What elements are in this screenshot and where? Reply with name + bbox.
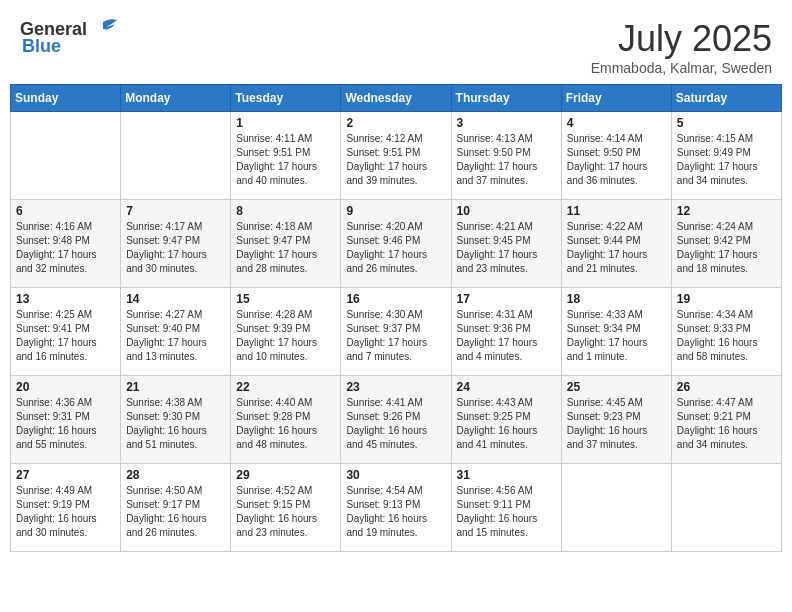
- calendar-cell: 29Sunrise: 4:52 AMSunset: 9:15 PMDayligh…: [231, 464, 341, 552]
- calendar-cell: 17Sunrise: 4:31 AMSunset: 9:36 PMDayligh…: [451, 288, 561, 376]
- day-number: 14: [126, 292, 225, 306]
- calendar-header-tuesday: Tuesday: [231, 85, 341, 112]
- day-info: Sunrise: 4:38 AMSunset: 9:30 PMDaylight:…: [126, 396, 225, 452]
- calendar-cell: 30Sunrise: 4:54 AMSunset: 9:13 PMDayligh…: [341, 464, 451, 552]
- calendar-cell: 13Sunrise: 4:25 AMSunset: 9:41 PMDayligh…: [11, 288, 121, 376]
- day-info: Sunrise: 4:12 AMSunset: 9:51 PMDaylight:…: [346, 132, 445, 188]
- day-number: 30: [346, 468, 445, 482]
- calendar-header-friday: Friday: [561, 85, 671, 112]
- calendar-cell: 28Sunrise: 4:50 AMSunset: 9:17 PMDayligh…: [121, 464, 231, 552]
- calendar-cell: 26Sunrise: 4:47 AMSunset: 9:21 PMDayligh…: [671, 376, 781, 464]
- day-number: 5: [677, 116, 776, 130]
- day-info: Sunrise: 4:14 AMSunset: 9:50 PMDaylight:…: [567, 132, 666, 188]
- day-number: 22: [236, 380, 335, 394]
- calendar-cell: 3Sunrise: 4:13 AMSunset: 9:50 PMDaylight…: [451, 112, 561, 200]
- day-info: Sunrise: 4:27 AMSunset: 9:40 PMDaylight:…: [126, 308, 225, 364]
- day-number: 11: [567, 204, 666, 218]
- day-info: Sunrise: 4:36 AMSunset: 9:31 PMDaylight:…: [16, 396, 115, 452]
- calendar-cell: 21Sunrise: 4:38 AMSunset: 9:30 PMDayligh…: [121, 376, 231, 464]
- day-number: 6: [16, 204, 115, 218]
- day-number: 31: [457, 468, 556, 482]
- calendar-cell: 5Sunrise: 4:15 AMSunset: 9:49 PMDaylight…: [671, 112, 781, 200]
- day-number: 2: [346, 116, 445, 130]
- month-title: July 2025: [591, 18, 772, 60]
- day-number: 17: [457, 292, 556, 306]
- day-number: 9: [346, 204, 445, 218]
- day-info: Sunrise: 4:34 AMSunset: 9:33 PMDaylight:…: [677, 308, 776, 364]
- day-number: 1: [236, 116, 335, 130]
- calendar-cell: 25Sunrise: 4:45 AMSunset: 9:23 PMDayligh…: [561, 376, 671, 464]
- day-info: Sunrise: 4:25 AMSunset: 9:41 PMDaylight:…: [16, 308, 115, 364]
- calendar-cell: 23Sunrise: 4:41 AMSunset: 9:26 PMDayligh…: [341, 376, 451, 464]
- calendar-cell: 11Sunrise: 4:22 AMSunset: 9:44 PMDayligh…: [561, 200, 671, 288]
- day-info: Sunrise: 4:33 AMSunset: 9:34 PMDaylight:…: [567, 308, 666, 364]
- calendar-table: SundayMondayTuesdayWednesdayThursdayFrid…: [10, 84, 782, 552]
- day-info: Sunrise: 4:17 AMSunset: 9:47 PMDaylight:…: [126, 220, 225, 276]
- day-number: 25: [567, 380, 666, 394]
- calendar-week-4: 20Sunrise: 4:36 AMSunset: 9:31 PMDayligh…: [11, 376, 782, 464]
- calendar-cell: 16Sunrise: 4:30 AMSunset: 9:37 PMDayligh…: [341, 288, 451, 376]
- day-number: 13: [16, 292, 115, 306]
- calendar-cell: 2Sunrise: 4:12 AMSunset: 9:51 PMDaylight…: [341, 112, 451, 200]
- calendar-cell: 7Sunrise: 4:17 AMSunset: 9:47 PMDaylight…: [121, 200, 231, 288]
- logo-bird-icon: [87, 18, 119, 40]
- calendar-header-sunday: Sunday: [11, 85, 121, 112]
- calendar-cell: [121, 112, 231, 200]
- day-number: 3: [457, 116, 556, 130]
- day-info: Sunrise: 4:18 AMSunset: 9:47 PMDaylight:…: [236, 220, 335, 276]
- day-info: Sunrise: 4:56 AMSunset: 9:11 PMDaylight:…: [457, 484, 556, 540]
- calendar-cell: [11, 112, 121, 200]
- day-info: Sunrise: 4:49 AMSunset: 9:19 PMDaylight:…: [16, 484, 115, 540]
- calendar-cell: 20Sunrise: 4:36 AMSunset: 9:31 PMDayligh…: [11, 376, 121, 464]
- day-number: 21: [126, 380, 225, 394]
- calendar-header-thursday: Thursday: [451, 85, 561, 112]
- day-number: 29: [236, 468, 335, 482]
- calendar-cell: 10Sunrise: 4:21 AMSunset: 9:45 PMDayligh…: [451, 200, 561, 288]
- day-info: Sunrise: 4:21 AMSunset: 9:45 PMDaylight:…: [457, 220, 556, 276]
- calendar-cell: 24Sunrise: 4:43 AMSunset: 9:25 PMDayligh…: [451, 376, 561, 464]
- calendar-cell: 18Sunrise: 4:33 AMSunset: 9:34 PMDayligh…: [561, 288, 671, 376]
- day-info: Sunrise: 4:41 AMSunset: 9:26 PMDaylight:…: [346, 396, 445, 452]
- day-number: 16: [346, 292, 445, 306]
- calendar-header-monday: Monday: [121, 85, 231, 112]
- calendar-cell: 19Sunrise: 4:34 AMSunset: 9:33 PMDayligh…: [671, 288, 781, 376]
- day-number: 12: [677, 204, 776, 218]
- calendar-week-2: 6Sunrise: 4:16 AMSunset: 9:48 PMDaylight…: [11, 200, 782, 288]
- day-number: 24: [457, 380, 556, 394]
- day-number: 7: [126, 204, 225, 218]
- calendar-cell: 12Sunrise: 4:24 AMSunset: 9:42 PMDayligh…: [671, 200, 781, 288]
- calendar-week-5: 27Sunrise: 4:49 AMSunset: 9:19 PMDayligh…: [11, 464, 782, 552]
- calendar-cell: 4Sunrise: 4:14 AMSunset: 9:50 PMDaylight…: [561, 112, 671, 200]
- day-info: Sunrise: 4:31 AMSunset: 9:36 PMDaylight:…: [457, 308, 556, 364]
- day-number: 27: [16, 468, 115, 482]
- day-info: Sunrise: 4:16 AMSunset: 9:48 PMDaylight:…: [16, 220, 115, 276]
- day-info: Sunrise: 4:50 AMSunset: 9:17 PMDaylight:…: [126, 484, 225, 540]
- calendar-cell: 27Sunrise: 4:49 AMSunset: 9:19 PMDayligh…: [11, 464, 121, 552]
- location-title: Emmaboda, Kalmar, Sweden: [591, 60, 772, 76]
- calendar-header-saturday: Saturday: [671, 85, 781, 112]
- day-info: Sunrise: 4:45 AMSunset: 9:23 PMDaylight:…: [567, 396, 666, 452]
- day-info: Sunrise: 4:28 AMSunset: 9:39 PMDaylight:…: [236, 308, 335, 364]
- day-number: 28: [126, 468, 225, 482]
- page-header: GeneralBlueJuly 2025Emmaboda, Kalmar, Sw…: [10, 10, 782, 80]
- logo-blue: Blue: [22, 36, 61, 57]
- day-number: 20: [16, 380, 115, 394]
- day-info: Sunrise: 4:22 AMSunset: 9:44 PMDaylight:…: [567, 220, 666, 276]
- calendar-header-wednesday: Wednesday: [341, 85, 451, 112]
- calendar-cell: 31Sunrise: 4:56 AMSunset: 9:11 PMDayligh…: [451, 464, 561, 552]
- day-number: 4: [567, 116, 666, 130]
- calendar-cell: [671, 464, 781, 552]
- logo: GeneralBlue: [20, 18, 119, 57]
- day-info: Sunrise: 4:30 AMSunset: 9:37 PMDaylight:…: [346, 308, 445, 364]
- calendar-cell: 8Sunrise: 4:18 AMSunset: 9:47 PMDaylight…: [231, 200, 341, 288]
- calendar-cell: 15Sunrise: 4:28 AMSunset: 9:39 PMDayligh…: [231, 288, 341, 376]
- day-info: Sunrise: 4:24 AMSunset: 9:42 PMDaylight:…: [677, 220, 776, 276]
- day-number: 26: [677, 380, 776, 394]
- calendar-cell: 9Sunrise: 4:20 AMSunset: 9:46 PMDaylight…: [341, 200, 451, 288]
- day-number: 19: [677, 292, 776, 306]
- calendar-cell: 6Sunrise: 4:16 AMSunset: 9:48 PMDaylight…: [11, 200, 121, 288]
- day-number: 10: [457, 204, 556, 218]
- calendar-cell: 22Sunrise: 4:40 AMSunset: 9:28 PMDayligh…: [231, 376, 341, 464]
- calendar-cell: 14Sunrise: 4:27 AMSunset: 9:40 PMDayligh…: [121, 288, 231, 376]
- day-info: Sunrise: 4:54 AMSunset: 9:13 PMDaylight:…: [346, 484, 445, 540]
